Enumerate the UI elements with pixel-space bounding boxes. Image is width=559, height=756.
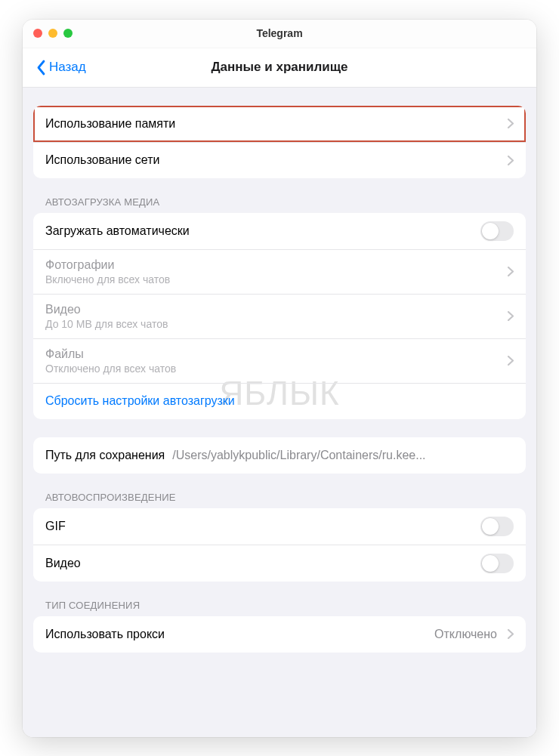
reset-autodownload-label: Сбросить настройки автозагрузки [45,394,235,408]
automedia-group: Загружать автоматически Фотографии Включ… [33,213,526,419]
savepath-row[interactable]: Путь для сохранения /Users/yablykpublic/… [33,437,526,474]
network-usage-label: Использование сети [45,153,502,167]
autoplay-video-row[interactable]: Видео [33,545,526,582]
titlebar: Telegram [23,20,536,48]
usage-group: Использование памяти Использование сети [33,106,526,178]
videos-row[interactable]: Видео До 10 MB для всех чатов [33,294,526,338]
autoplay-gif-toggle[interactable] [480,517,514,536]
photos-row[interactable]: Фотографии Включено для всех чатов [33,249,526,294]
storage-usage-label: Использование памяти [45,117,502,131]
automedia-header: АВТОЗАГРУЗКА МЕДИА [33,196,526,213]
app-window: Telegram Назад Данные и хранилище ЯБЛЫК … [23,20,536,737]
network-usage-row[interactable]: Использование сети [33,142,526,178]
content-area: ЯБЛЫК Использование памяти Использование… [23,88,536,737]
chevron-right-icon [508,156,514,165]
reset-autodownload-row[interactable]: Сбросить настройки автозагрузки [33,383,526,419]
chevron-left-icon [36,60,46,76]
back-button[interactable]: Назад [36,60,86,76]
chevron-right-icon [508,629,514,639]
savepath-label: Путь для сохранения [45,449,165,462]
savepath-group: Путь для сохранения /Users/yablykpublic/… [33,437,526,474]
autoload-label: Загружать автоматически [45,224,480,238]
videos-sub: До 10 MB для всех чатов [45,318,502,330]
files-sub: Отключено для всех чатов [45,363,502,375]
photos-label: Фотографии [45,258,502,272]
chevron-right-icon [508,356,514,366]
page-title: Данные и хранилище [23,60,536,75]
window-title: Telegram [23,27,536,39]
autoplay-gif-row[interactable]: GIF [33,508,526,545]
photos-sub: Включено для всех чатов [45,273,502,285]
savepath-value: /Users/yablykpublic/Library/Containers/r… [172,449,425,462]
autoplay-video-label: Видео [45,557,480,570]
files-row[interactable]: Файлы Отключено для всех чатов [33,338,526,383]
autoplay-gif-label: GIF [45,520,480,533]
autoload-toggle[interactable] [480,221,514,241]
files-label: Файлы [45,347,502,361]
proxy-value: Отключено [434,628,497,641]
chevron-right-icon [508,311,514,321]
nav-bar: Назад Данные и хранилище [23,48,536,88]
proxy-row[interactable]: Использовать прокси Отключено [33,616,526,653]
autoplay-group: GIF Видео [33,508,526,582]
proxy-label: Использовать прокси [45,628,427,641]
connection-group: Использовать прокси Отключено [33,616,526,653]
autoplay-header: АВТОВОСПРОИЗВЕДЕНИЕ [33,492,526,508]
chevron-right-icon [508,267,514,276]
autoload-row[interactable]: Загружать автоматически [33,213,526,249]
chevron-right-icon [508,119,514,128]
videos-label: Видео [45,303,502,316]
autoplay-video-toggle[interactable] [480,554,514,573]
connection-header: ТИП СОЕДИНЕНИЯ [33,600,526,616]
back-label: Назад [49,60,86,75]
storage-usage-row[interactable]: Использование памяти [33,106,526,142]
